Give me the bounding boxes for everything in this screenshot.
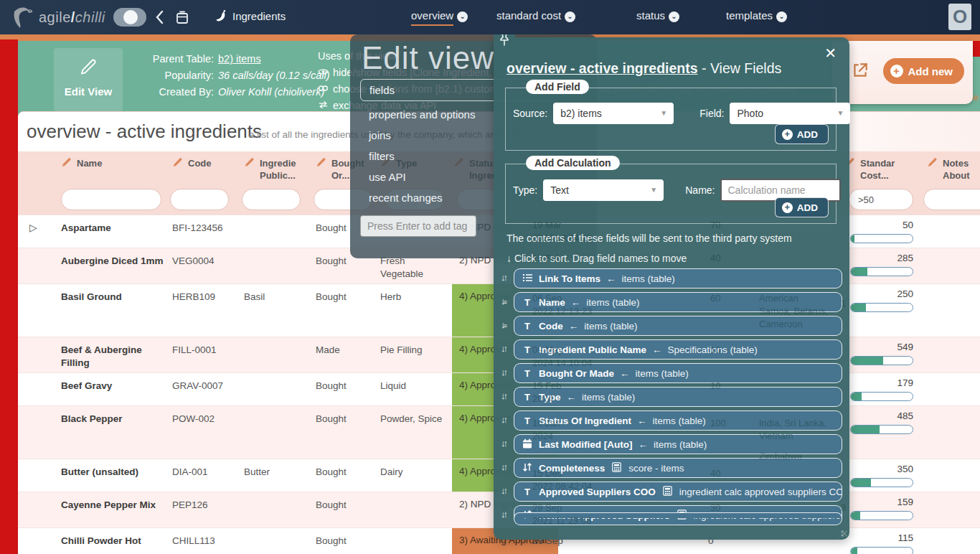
nav-item-status[interactable]: status⌄ bbox=[636, 9, 679, 22]
sort-toggle-icon[interactable]: ↓↑ bbox=[501, 390, 514, 401]
pencil-icon bbox=[927, 157, 938, 168]
ghost-text: 2022 08:42:04 bbox=[532, 481, 592, 492]
ghost-text: 19 Mar bbox=[532, 220, 561, 230]
edit-view-button[interactable]: Edit View bbox=[54, 48, 123, 111]
row-code: DIA-001 bbox=[172, 466, 237, 479]
cost-progress-fill bbox=[851, 304, 866, 311]
calculator-icon bbox=[663, 486, 672, 496]
row-bought-or-made: Bought bbox=[316, 466, 377, 479]
field-label: Field: bbox=[699, 108, 724, 119]
row-standard-cost: 350 bbox=[850, 464, 913, 474]
row-bought-or-made: Bought bbox=[316, 535, 377, 548]
row-standard-cost: 50 bbox=[850, 220, 913, 230]
arrow-left-icon: ← bbox=[620, 368, 630, 379]
ghost-text: 30 bbox=[710, 502, 720, 513]
row-name: Aubergine Diced 1mm bbox=[61, 255, 165, 268]
meta-label: Popularity: bbox=[136, 67, 214, 84]
field-source: score - items bbox=[628, 463, 684, 474]
row-name: Butter (unsalted) bbox=[61, 466, 165, 479]
filter-input[interactable] bbox=[849, 189, 913, 210]
meta-label: Parent Table: bbox=[136, 51, 214, 67]
sort-toggle-icon[interactable]: ↓↑ bbox=[501, 461, 514, 472]
column-header-ingredie[interactable]: IngrediePublic... bbox=[244, 157, 296, 182]
arrow-left-icon: ← bbox=[637, 416, 647, 426]
cost-progress-bar bbox=[850, 511, 913, 520]
row-public-name: Butter bbox=[244, 466, 308, 479]
text-icon: T bbox=[522, 297, 533, 308]
cost-progress-bar bbox=[850, 267, 913, 276]
top-nav: agile/chilli Ingredients overview⌄standa… bbox=[0, 0, 980, 34]
filter-input[interactable] bbox=[61, 189, 161, 210]
close-icon[interactable]: ✕ bbox=[824, 44, 837, 62]
add-field-section: Add Field Source: b2) items▼ Field: Phot… bbox=[505, 88, 837, 151]
row-name: Basil Ground bbox=[61, 291, 165, 304]
resize-handle-icon[interactable]: ⤪ bbox=[841, 529, 847, 538]
sort-toggle-icon[interactable]: ↓↑ bbox=[501, 485, 514, 496]
add-calculation-section: Add Calculation Type: Text▼ Name: +ADD bbox=[505, 164, 837, 224]
open-external-icon[interactable] bbox=[851, 61, 870, 83]
edit-view-label: Edit View bbox=[54, 85, 123, 98]
row-type: Pie Filling bbox=[380, 344, 448, 357]
expand-row-icon[interactable]: ▷ bbox=[29, 222, 37, 233]
ghost-text: 60 bbox=[710, 293, 720, 304]
meta-value: Oliver Kohll (chioliverk) bbox=[218, 84, 324, 100]
cost-progress-fill bbox=[851, 512, 860, 520]
add-tag-input[interactable] bbox=[360, 215, 476, 237]
calc-type-select[interactable]: Text▼ bbox=[543, 179, 664, 201]
column-header-name[interactable]: Name bbox=[61, 157, 102, 169]
add-field-button[interactable]: +ADD bbox=[775, 124, 829, 144]
row-standard-cost: 285 bbox=[850, 253, 913, 263]
pencil-icon bbox=[61, 157, 72, 168]
sort-toggle-icon[interactable]: ↓↑ bbox=[501, 343, 514, 354]
field-select[interactable]: Photo▼ bbox=[730, 103, 850, 124]
sort-toggle-icon[interactable]: ↓↑ bbox=[501, 272, 514, 283]
sort-toggle-icon[interactable]: ↓↑ bbox=[501, 367, 514, 377]
add-calculation-button[interactable]: +ADD bbox=[775, 197, 829, 217]
column-header-notes[interactable]: NotesAbout bbox=[927, 157, 970, 182]
sort-toggle-icon[interactable]: ↓↑ bbox=[501, 438, 514, 449]
ghost-text: 15 Feb bbox=[532, 253, 561, 263]
sorted-ascending-icon[interactable]: ↓≡ bbox=[501, 319, 514, 330]
row-code: PEP126 bbox=[172, 499, 237, 512]
arrow-left-icon: ← bbox=[569, 321, 579, 332]
sorted-ascending-icon[interactable]: ↓≡ bbox=[501, 296, 514, 306]
user-avatar[interactable]: O bbox=[948, 4, 971, 30]
cost-progress-bar bbox=[850, 303, 913, 312]
eye-icon bbox=[318, 65, 329, 81]
field-pill-link-to-items[interactable]: Link To Items←items (table) bbox=[514, 268, 842, 288]
pencil-icon bbox=[244, 157, 255, 168]
source-select[interactable]: b2) items▼ bbox=[553, 103, 674, 124]
pencil-icon bbox=[316, 157, 326, 168]
filter-input[interactable] bbox=[170, 189, 229, 210]
row-name: Beef Gravy bbox=[61, 380, 165, 393]
ghost-text: 15 Feb bbox=[532, 380, 561, 391]
chevron-down-icon: ⌄ bbox=[457, 11, 468, 22]
row-type: Liquid bbox=[380, 380, 448, 393]
view-name-link[interactable]: overview - active ingredients bbox=[507, 60, 698, 76]
ghost-text: 09 May bbox=[532, 344, 563, 355]
ghost-text: 100 bbox=[710, 418, 726, 428]
nav-item-standard-cost[interactable]: standard cost⌄ bbox=[496, 9, 575, 22]
column-header-code[interactable]: Code bbox=[172, 157, 212, 169]
meta-label: Created By: bbox=[136, 84, 214, 100]
column-header-label: Code bbox=[188, 157, 212, 169]
nav-item-overview[interactable]: overview⌄ bbox=[411, 9, 468, 22]
parent-table-link[interactable]: b2) items bbox=[218, 51, 261, 67]
column-header-standar[interactable]: StandarCost... bbox=[844, 157, 895, 182]
arrow-left-icon: ← bbox=[606, 273, 616, 284]
row-bought-or-made: Bought bbox=[316, 499, 377, 512]
add-new-button[interactable]: +Add new bbox=[883, 58, 965, 84]
filter-input[interactable] bbox=[923, 189, 980, 210]
field-pill-type[interactable]: TType←items (table) bbox=[514, 387, 842, 407]
row-standard-cost: 159 bbox=[850, 497, 913, 507]
field-source: ingredient calc approved suppliers COO bbox=[679, 487, 842, 497]
calculator-icon bbox=[611, 462, 623, 474]
sort-toggle-icon[interactable]: ↓↑ bbox=[501, 414, 514, 425]
text-icon: T bbox=[522, 392, 533, 403]
cost-progress-bar bbox=[850, 234, 913, 243]
cost-progress-fill bbox=[851, 426, 880, 433]
nav-item-templates[interactable]: templates⌄ bbox=[726, 9, 787, 22]
row-name: Aspartame bbox=[61, 222, 165, 235]
ghost-text: Cameroon bbox=[759, 319, 803, 329]
filter-input[interactable] bbox=[242, 189, 301, 210]
